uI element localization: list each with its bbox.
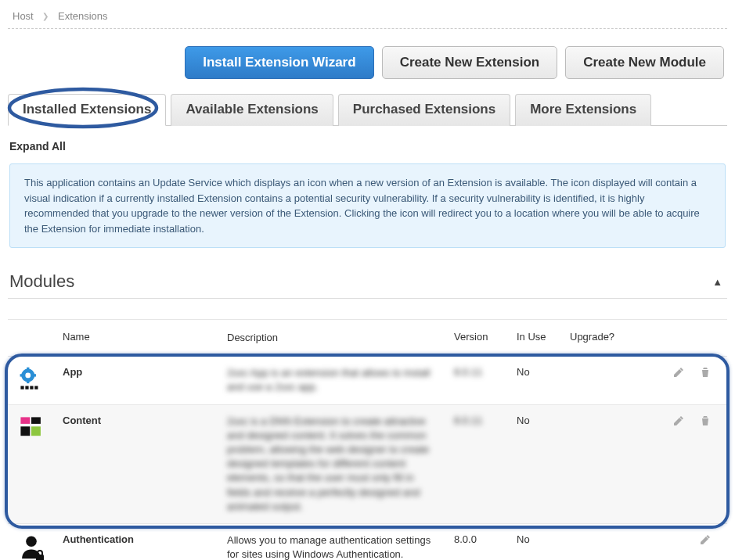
row-in-use: No [509, 524, 562, 555]
breadcrumb-root[interactable]: Host [13, 10, 34, 22]
svg-rect-13 [20, 426, 30, 436]
table-header: Name Description Version In Use Upgrade? [8, 319, 727, 356]
col-version: Version [446, 320, 509, 354]
svg-rect-4 [27, 381, 29, 383]
row-in-use: No [509, 405, 562, 436]
svg-rect-6 [34, 374, 36, 376]
expand-all-link[interactable]: Expand All [8, 126, 727, 163]
app-gear-icon [18, 366, 45, 393]
delete-icon[interactable] [699, 415, 712, 427]
svg-rect-12 [31, 417, 41, 424]
row-version: 8.0.11 [446, 357, 509, 387]
edit-icon[interactable] [672, 366, 685, 379]
svg-rect-14 [31, 426, 41, 436]
table-row: Content 2sxc is a DNN Extension to creat… [8, 404, 727, 523]
edit-icon[interactable] [672, 415, 685, 427]
svg-rect-11 [20, 417, 30, 424]
row-description: 2sxc App is an extension that allows to … [219, 357, 446, 404]
section-header-modules[interactable]: Modules ▲ [8, 265, 727, 299]
row-description: 2sxc is a DNN Extension to create attrac… [219, 405, 446, 523]
tab-available-extensions[interactable]: Available Extensions [171, 94, 333, 126]
row-name: App [55, 357, 219, 387]
row-name: Content [55, 405, 219, 436]
svg-point-15 [26, 536, 37, 547]
tab-more-extensions[interactable]: More Extensions [515, 94, 651, 126]
section-title: Modules [9, 271, 74, 292]
table-row: App 2sxc App is an extension that allows… [8, 356, 727, 404]
svg-point-2 [25, 373, 31, 379]
create-new-extension-button[interactable]: Create New Extension [382, 46, 558, 79]
action-buttons: Install Extension Wizard Create New Exte… [8, 46, 727, 79]
svg-rect-3 [27, 368, 29, 370]
edit-icon[interactable] [699, 533, 712, 546]
row-description: Allows you to manage authentication sett… [219, 524, 446, 560]
col-upgrade: Upgrade? [562, 320, 664, 354]
col-in-use: In Use [509, 320, 562, 354]
svg-rect-9 [30, 386, 33, 389]
chevron-up-icon: ▲ [712, 276, 722, 288]
row-name: Authentication [55, 524, 219, 555]
svg-rect-8 [25, 386, 28, 389]
svg-rect-16 [36, 555, 44, 560]
tabs: Installed Extensions Available Extension… [8, 93, 727, 126]
svg-rect-10 [34, 386, 38, 389]
row-version: 8.0.11 [446, 405, 509, 436]
install-extension-wizard-button[interactable]: Install Extension Wizard [185, 46, 373, 79]
delete-icon[interactable] [699, 366, 712, 379]
modules-grid: Name Description Version In Use Upgrade?… [8, 319, 727, 560]
col-name: Name [55, 320, 219, 354]
row-in-use: No [509, 357, 562, 387]
create-new-module-button[interactable]: Create New Module [565, 46, 724, 79]
tab-installed-extensions[interactable]: Installed Extensions [8, 94, 166, 126]
col-description: Description [219, 320, 446, 356]
content-blocks-icon [18, 415, 45, 441]
row-version: 8.0.0 [446, 524, 509, 555]
table-row: Authentication Allows you to manage auth… [8, 523, 727, 560]
svg-rect-5 [20, 374, 23, 376]
user-lock-icon [18, 533, 45, 560]
tab-purchased-extensions[interactable]: Purchased Extensions [338, 94, 510, 126]
breadcrumb-current: Extensions [58, 10, 108, 22]
breadcrumb: Host ❯ Extensions [8, 8, 727, 28]
info-message: This application contains an Update Serv… [9, 163, 726, 248]
svg-rect-7 [20, 386, 23, 389]
chevron-right-icon: ❯ [42, 12, 49, 20]
